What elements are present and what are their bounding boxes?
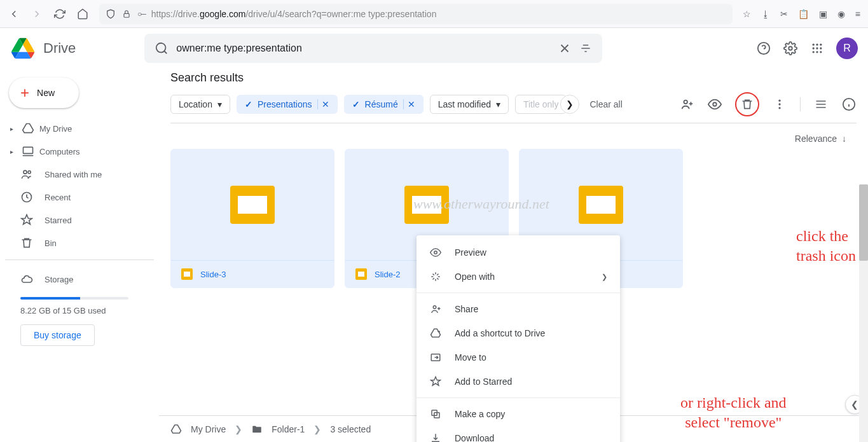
svg-point-9 bbox=[820, 47, 822, 49]
more-icon[interactable] bbox=[772, 97, 787, 112]
scroll-chips-icon[interactable]: ❯ bbox=[560, 95, 579, 114]
app-header: Drive R bbox=[0, 28, 868, 69]
move-icon bbox=[429, 352, 442, 363]
chevron-right-icon: ❯ bbox=[602, 273, 607, 281]
share-icon[interactable] bbox=[679, 97, 694, 112]
star-icon bbox=[429, 376, 442, 387]
chip-last-modified[interactable]: Last modified▾ bbox=[430, 95, 509, 114]
sidebar-item-label: Computers bbox=[39, 147, 80, 156]
avatar[interactable]: R bbox=[836, 38, 858, 59]
menu-open-with[interactable]: Open with❯ bbox=[417, 265, 620, 289]
menu-share[interactable]: Share bbox=[417, 297, 620, 321]
sidebar-item-label: Shared with me bbox=[45, 170, 102, 179]
storage-text: 8.22 GB of 15 GB used bbox=[20, 306, 139, 315]
extension-icon[interactable]: ✂ bbox=[780, 9, 788, 19]
extension-icon-4[interactable]: ◉ bbox=[837, 9, 845, 19]
svg-point-4 bbox=[813, 44, 815, 46]
buy-storage-button[interactable]: Buy storage bbox=[20, 324, 95, 346]
breadcrumb-root[interactable]: My Drive bbox=[191, 424, 226, 434]
menu-download[interactable]: Download bbox=[417, 426, 620, 442]
apps-icon[interactable] bbox=[809, 41, 825, 56]
sidebar-item-storage[interactable]: Storage bbox=[20, 268, 139, 291]
sidebar-item-computers[interactable]: ▸ Computers bbox=[5, 140, 154, 163]
breadcrumb-selected: 3 selected bbox=[330, 424, 371, 434]
svg-rect-13 bbox=[24, 147, 33, 153]
reload-button[interactable] bbox=[53, 8, 66, 20]
download-icon[interactable]: ⭳ bbox=[761, 9, 770, 19]
star-icon bbox=[20, 214, 33, 226]
menu-preview[interactable]: Preview bbox=[417, 240, 620, 265]
product-name: Drive bbox=[43, 40, 76, 57]
url-text: https://drive.google.com/drive/u/4/searc… bbox=[151, 9, 437, 19]
cloud-icon bbox=[20, 273, 33, 286]
slides-icon bbox=[404, 186, 449, 224]
close-icon[interactable]: ✕ bbox=[317, 99, 329, 109]
chip-resume[interactable]: ✓Résumé✕ bbox=[344, 95, 424, 114]
new-button[interactable]: + New bbox=[9, 78, 79, 108]
svg-point-17 bbox=[684, 100, 687, 104]
svg-point-24 bbox=[433, 306, 436, 309]
info-icon[interactable] bbox=[841, 97, 857, 112]
settings-icon[interactable] bbox=[783, 41, 798, 56]
lock-icon bbox=[122, 10, 131, 18]
arrow-down-icon: ↓ bbox=[842, 134, 846, 144]
permissions-icon: ○─ bbox=[137, 10, 145, 18]
context-menu: Preview Open with❯ Share Add a shortcut … bbox=[417, 235, 620, 442]
breadcrumb-folder[interactable]: Folder-1 bbox=[272, 424, 305, 434]
help-icon[interactable] bbox=[756, 41, 771, 56]
new-label: New bbox=[37, 88, 55, 98]
extension-icon-2[interactable]: 📋 bbox=[798, 9, 809, 19]
clear-all-button[interactable]: Clear all bbox=[589, 99, 622, 109]
download-icon bbox=[429, 432, 442, 442]
svg-point-19 bbox=[778, 100, 780, 102]
scrollbar[interactable] bbox=[859, 184, 868, 442]
forward-button[interactable] bbox=[31, 8, 43, 20]
menu-make-copy[interactable]: Make a copy bbox=[417, 402, 620, 426]
svg-point-20 bbox=[778, 103, 780, 105]
menu-icon[interactable]: ≡ bbox=[855, 9, 860, 19]
sidebar-item-shared[interactable]: Shared with me bbox=[5, 163, 154, 186]
sidebar-item-label: Recent bbox=[45, 193, 71, 202]
preview-icon[interactable] bbox=[707, 97, 722, 112]
trash-button[interactable] bbox=[735, 92, 759, 116]
slides-icon bbox=[579, 186, 623, 224]
eye-icon bbox=[429, 247, 442, 258]
sidebar-item-mydrive[interactable]: ▸ My Drive bbox=[5, 117, 154, 140]
menu-add-shortcut[interactable]: Add a shortcut to Drive bbox=[417, 321, 620, 345]
drive-logo[interactable] bbox=[10, 36, 36, 61]
chip-presentations[interactable]: ✓Presentations✕ bbox=[237, 95, 338, 114]
search-options-icon[interactable] bbox=[579, 42, 592, 55]
filter-row: Location▾ ✓Presentations✕ ✓Résumé✕ Last … bbox=[170, 92, 857, 123]
bookmark-icon[interactable]: ☆ bbox=[743, 9, 751, 19]
svg-point-1 bbox=[156, 43, 166, 53]
clear-search-icon[interactable] bbox=[558, 41, 572, 55]
storage-label: Storage bbox=[45, 275, 74, 284]
sort-label: Relevance bbox=[795, 134, 837, 144]
extension-icon-3[interactable]: ▣ bbox=[819, 9, 827, 19]
url-bar[interactable]: ○─ https://drive.google.com/drive/u/4/se… bbox=[99, 4, 733, 24]
sidebar-item-label: Bin bbox=[45, 238, 57, 248]
chip-location[interactable]: Location▾ bbox=[170, 95, 230, 114]
list-view-icon[interactable] bbox=[813, 97, 829, 112]
sort-row[interactable]: Relevance ↓ bbox=[170, 123, 857, 149]
svg-point-12 bbox=[820, 51, 822, 53]
menu-add-starred[interactable]: Add to Starred bbox=[417, 369, 620, 394]
svg-point-23 bbox=[434, 251, 437, 254]
search-input[interactable] bbox=[176, 43, 550, 54]
sidebar-item-bin[interactable]: Bin bbox=[5, 231, 154, 254]
menu-move-to[interactable]: Move to bbox=[417, 345, 620, 369]
svg-point-14 bbox=[24, 170, 27, 174]
open-with-icon bbox=[429, 271, 442, 282]
back-button[interactable] bbox=[8, 8, 20, 20]
close-icon[interactable]: ✕ bbox=[403, 99, 415, 109]
computers-icon bbox=[22, 145, 34, 158]
home-button[interactable] bbox=[76, 8, 89, 20]
svg-point-11 bbox=[816, 51, 818, 53]
chip-title-only[interactable]: Title only bbox=[515, 95, 567, 114]
sidebar-item-starred[interactable]: Starred bbox=[5, 209, 154, 231]
svg-rect-0 bbox=[124, 13, 129, 17]
file-card[interactable]: Slide-3 bbox=[170, 149, 334, 288]
search-bar[interactable] bbox=[144, 34, 602, 63]
share-icon bbox=[429, 303, 442, 315]
sidebar-item-recent[interactable]: Recent bbox=[5, 186, 154, 209]
